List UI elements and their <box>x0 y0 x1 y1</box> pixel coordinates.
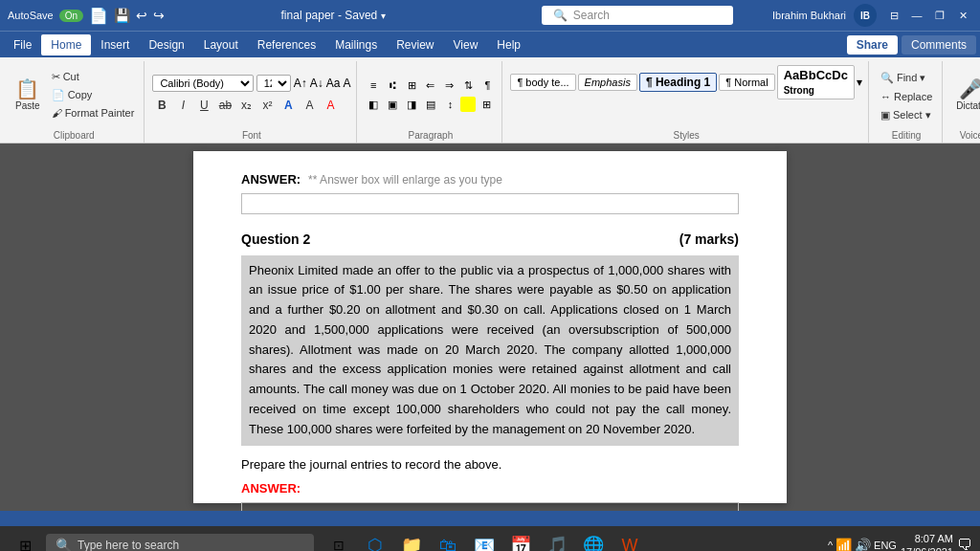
font-color-button[interactable]: A <box>321 96 340 115</box>
cut-button[interactable]: ✂ Cut <box>48 69 139 85</box>
menu-layout[interactable]: Layout <box>194 34 248 55</box>
menu-mailings[interactable]: Mailings <box>325 34 387 55</box>
decrease-indent-button[interactable]: ⇐ <box>422 77 439 94</box>
title-bar-center: final paper - Saved ▾ <box>165 9 502 22</box>
notification-button[interactable]: 🗨 <box>957 537 972 551</box>
clipboard-tools: 📋 Paste ✂ Cut 📄 Copy 🖌 Format Painter <box>10 61 138 128</box>
numbering-button[interactable]: ⑆ <box>384 77 401 94</box>
superscript-button[interactable]: x² <box>257 96 277 115</box>
underline-button[interactable]: U <box>194 96 213 115</box>
word-icon: 📄 <box>89 7 108 25</box>
minimize-button[interactable]: — <box>907 6 926 25</box>
autosave-toggle[interactable]: On <box>59 10 83 22</box>
paste-label: Paste <box>15 100 40 111</box>
taskbar-office-icon[interactable]: W <box>612 528 647 551</box>
show-formatting-button[interactable]: ¶ <box>479 77 497 94</box>
copy-button[interactable]: 📄 Copy <box>48 87 139 103</box>
strikethrough-button[interactable]: ab <box>215 96 234 115</box>
ribbon: 📋 Paste ✂ Cut 📄 Copy 🖌 Format Painter Cl… <box>0 57 980 143</box>
font-size-select[interactable]: 12 <box>256 75 291 92</box>
menu-view[interactable]: View <box>444 34 488 55</box>
bullets-button[interactable]: ≡ <box>365 77 382 94</box>
style-body-text[interactable]: ¶ body te... <box>510 74 575 91</box>
undo-icon[interactable]: ↩ <box>136 8 147 23</box>
font-format-button[interactable]: Aa <box>326 77 341 90</box>
share-button[interactable]: Share <box>847 35 898 55</box>
grow-font-button[interactable]: A↑ <box>294 77 307 90</box>
align-center-button[interactable]: ▣ <box>384 96 401 113</box>
borders-button[interactable]: ⊞ <box>478 96 495 113</box>
autosave-label: AutoSave <box>8 10 54 21</box>
bold-button[interactable]: B <box>152 96 171 115</box>
clock[interactable]: 8:07 AM 17/06/2021 <box>901 532 953 551</box>
align-right-button[interactable]: ◨ <box>403 96 420 113</box>
replace-button[interactable]: ↔ Replace <box>877 89 936 104</box>
menu-references[interactable]: References <box>248 34 325 55</box>
text-effect-button[interactable]: A <box>278 96 298 115</box>
style-strong[interactable]: AaBbCcDcStrong <box>777 65 855 99</box>
restore-button[interactable]: ❐ <box>930 6 949 25</box>
find-button[interactable]: 🔍 Find ▾ <box>877 70 936 86</box>
menu-insert[interactable]: Insert <box>91 34 139 55</box>
taskbar-edge-icon[interactable]: ⬡ <box>358 528 392 551</box>
question2-marks: (7 marks) <box>679 230 739 250</box>
style-emphasis[interactable]: Emphasis <box>578 74 637 91</box>
taskbar-spotify-icon[interactable]: 🎵 <box>540 528 574 551</box>
increase-indent-button[interactable]: ⇒ <box>441 77 458 94</box>
style-heading1[interactable]: ¶ Heading 1 <box>639 73 717 92</box>
styles-scroll[interactable]: ▾ <box>857 76 862 89</box>
task-view-button[interactable]: ⊡ <box>322 528 356 551</box>
document-page[interactable]: ANSWER: ** Answer box will enlarge as yo… <box>193 151 787 503</box>
line-spacing-button[interactable]: ↕ <box>441 96 458 113</box>
styles-tools: ¶ body te... Emphasis ¶ Heading 1 ¶ Norm… <box>510 61 861 128</box>
ribbon-toggle-button[interactable]: ⊟ <box>884 6 903 25</box>
taskbar-explorer-icon[interactable]: 📁 <box>394 528 429 551</box>
taskbar-chrome-icon[interactable]: 🌐 <box>576 528 611 551</box>
answer-box-1[interactable] <box>241 193 739 214</box>
paragraph-group: ≡ ⑆ ⊞ ⇐ ⇒ ⇅ ¶ ◧ ▣ ◨ ▤ ↕ ⊞ Paragraph <box>359 61 502 143</box>
highlight-button[interactable]: A <box>300 96 319 115</box>
select-button[interactable]: ▣ Select ▾ <box>877 107 936 123</box>
sort-button[interactable]: ⇅ <box>460 77 478 94</box>
title-bar-left: AutoSave On 📄 💾 ↩ ↪ <box>8 7 165 25</box>
close-button[interactable]: ✕ <box>953 6 972 25</box>
answer-box-2[interactable] <box>241 502 739 511</box>
start-button[interactable]: ⊞ <box>8 528 42 551</box>
comments-button[interactable]: Comments <box>902 35 976 55</box>
title-chevron[interactable]: ▾ <box>381 11 386 21</box>
italic-button[interactable]: I <box>173 96 192 115</box>
shading-button[interactable] <box>460 97 476 112</box>
clear-format-button[interactable]: A <box>343 77 350 90</box>
answer-header-label: ANSWER: <box>241 170 301 189</box>
menu-home[interactable]: Home <box>41 34 91 55</box>
subscript-button[interactable]: x₂ <box>236 96 256 115</box>
taskbar-store-icon[interactable]: 🛍 <box>431 528 465 551</box>
menu-design[interactable]: Design <box>139 34 193 55</box>
taskbar-mail-icon[interactable]: 📧 <box>467 528 501 551</box>
dictate-button[interactable]: 🎤 Dictate <box>950 76 980 115</box>
menu-review[interactable]: Review <box>387 34 443 55</box>
justify-button[interactable]: ▤ <box>422 96 439 113</box>
quick-save-icon[interactable]: 💾 <box>114 8 130 23</box>
menu-file[interactable]: File <box>4 34 41 55</box>
para-row2: ◧ ▣ ◨ ▤ ↕ ⊞ <box>365 96 496 113</box>
title-search-bar[interactable]: 🔍 Search <box>542 6 733 25</box>
multilevel-button[interactable]: ⊞ <box>403 77 420 94</box>
taskbar-search[interactable]: 🔍 Type here to search <box>46 534 314 551</box>
style-normal[interactable]: ¶ Normal <box>719 74 774 91</box>
format-painter-button[interactable]: 🖌 Format Painter <box>48 105 139 121</box>
tray-expand[interactable]: ^ <box>828 540 833 551</box>
taskbar-right: ^ 📶 🔊 ENG 8:07 AM 17/06/2021 🗨 <box>828 532 972 551</box>
redo-icon[interactable]: ↪ <box>153 8 165 23</box>
menu-help[interactable]: Help <box>487 34 530 55</box>
align-left-button[interactable]: ◧ <box>365 96 382 113</box>
shrink-font-button[interactable]: A↓ <box>310 77 323 90</box>
title-bar-right: Ibrahim Bukhari IB ⊟ — ❐ ✕ <box>772 4 972 27</box>
paste-button[interactable]: 📋 Paste <box>10 76 46 115</box>
font-family-select[interactable]: Calibri (Body) <box>152 75 253 92</box>
title-bar: AutoSave On 📄 💾 ↩ ↪ final paper - Saved … <box>0 0 980 31</box>
taskbar-calendar-icon[interactable]: 📅 <box>503 528 538 551</box>
tray-network[interactable]: 📶 <box>835 538 852 551</box>
tray-language[interactable]: ENG <box>874 540 897 551</box>
tray-volume[interactable]: 🔊 <box>855 538 871 551</box>
